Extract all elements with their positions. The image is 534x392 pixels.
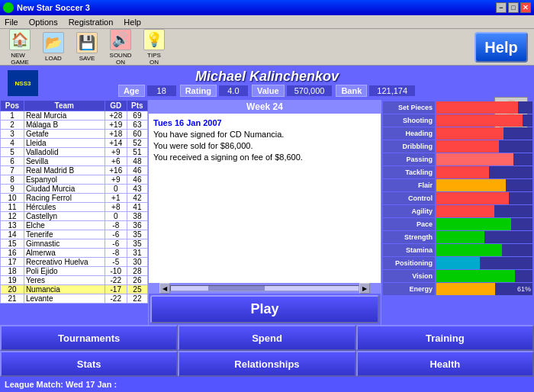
news-area: Tues 16 Jan 2007You have signed for CD N… xyxy=(149,114,381,283)
cell-team: Gimnastic xyxy=(24,239,105,249)
scrollbar-track[interactable] xyxy=(170,285,359,291)
skill-row: Agility xyxy=(383,205,532,217)
table-row: 17 Recreativo Huelva -5 30 xyxy=(1,258,148,267)
sound-button[interactable]: 🔊 SOUNDON xyxy=(107,29,134,66)
skill-row: Energy 61% xyxy=(383,283,532,295)
cell-gd: -22 xyxy=(105,294,127,304)
cell-gd: +9 xyxy=(105,175,127,185)
cell-team: Lleida xyxy=(24,139,105,148)
skill-bar xyxy=(436,231,484,243)
cell-gd: -6 xyxy=(105,230,127,239)
cell-gd: +14 xyxy=(105,139,127,148)
skill-bar-container xyxy=(436,192,532,204)
cell-pos: 4 xyxy=(1,139,24,148)
player-stats-row: Age 18 Rating 4.0 Value 570,000 Bank 121… xyxy=(46,85,488,97)
cell-pts: 22 xyxy=(127,294,147,304)
cell-gd: -17 xyxy=(105,285,127,294)
cell-pos: 11 xyxy=(1,203,24,212)
close-button[interactable]: ✕ xyxy=(520,2,531,13)
bottom-nav-row1: Tournaments Spend Training xyxy=(0,325,534,351)
health-button[interactable]: Health xyxy=(356,351,534,377)
skill-row: Set Pieces xyxy=(383,101,532,114)
league-table: Pos Team GD Pts 1 Real Murcia +28 69 2 M… xyxy=(0,100,148,325)
bottom-nav-row2: Stats Relationships Health xyxy=(0,351,534,377)
cell-pos: 1 xyxy=(1,111,24,120)
table-row: 16 Almerwa -8 31 xyxy=(1,249,148,258)
cell-pts: 60 xyxy=(127,130,147,139)
maximize-button[interactable]: □ xyxy=(508,2,519,13)
table-row: 14 Tenerife -6 35 xyxy=(1,230,148,239)
cell-gd: +8 xyxy=(105,203,127,212)
save-button[interactable]: 💾 SAVE xyxy=(73,32,101,62)
cell-pts: 48 xyxy=(127,157,147,166)
training-button[interactable]: Training xyxy=(356,325,534,351)
cell-pts: 35 xyxy=(127,230,147,239)
scroll-left[interactable]: ◀ xyxy=(159,283,170,294)
cell-gd: +16 xyxy=(105,166,127,175)
table-row: 5 Valladolid +9 51 xyxy=(1,148,148,157)
table-row: 10 Racing Ferrol +1 42 xyxy=(1,194,148,203)
week-header: Week 24 xyxy=(149,100,381,114)
toolbar: 🏠 NEWGAME 📂 LOAD 💾 SAVE 🔊 SOUNDON 💡 TIPS… xyxy=(0,29,534,66)
status-text: League Match: Wed 17 Jan : xyxy=(5,380,117,389)
cell-team: Espanyol xyxy=(24,175,105,185)
cell-pos: 7 xyxy=(1,166,24,175)
news-line: Tues 16 Jan 2007 xyxy=(153,118,376,127)
menu-file[interactable]: File xyxy=(5,18,18,27)
menu-registration[interactable]: Registration xyxy=(69,18,114,27)
cell-gd: -22 xyxy=(105,276,127,285)
col-pts: Pts xyxy=(127,101,147,111)
table-row: 13 Elche -8 36 xyxy=(1,221,148,230)
cell-pos: 2 xyxy=(1,120,24,130)
skill-row: Heading xyxy=(383,127,532,140)
spend-button[interactable]: Spend xyxy=(178,325,355,351)
table-row: 19 Yeres -22 26 xyxy=(1,276,148,285)
skill-name: Heading xyxy=(383,127,435,140)
table-row: 1 Real Murcia +28 69 xyxy=(1,111,148,120)
skill-name: Strength xyxy=(383,231,435,243)
play-button[interactable]: Play xyxy=(150,295,379,323)
cell-team: Real Madrid B xyxy=(24,166,105,175)
stats-button[interactable]: Stats xyxy=(0,351,178,377)
skill-name: Dribbling xyxy=(383,140,435,153)
table-row: 3 Getafe +18 60 xyxy=(1,130,148,139)
menu-options[interactable]: Options xyxy=(29,18,58,27)
window-title: New Star Soccer 3 xyxy=(17,3,90,12)
relationships-button[interactable]: Relationships xyxy=(178,351,355,377)
menu-help[interactable]: Help xyxy=(124,18,141,27)
minimize-button[interactable]: − xyxy=(496,2,507,13)
skill-bar-container xyxy=(436,153,532,165)
cell-team: Almerwa xyxy=(24,249,105,258)
cell-gd: -8 xyxy=(105,249,127,258)
cell-pts: 52 xyxy=(127,139,147,148)
skill-name: Set Pieces xyxy=(383,101,435,114)
status-bar: League Match: Wed 17 Jan : xyxy=(0,377,534,392)
cell-team: Racing Ferrol xyxy=(24,194,105,203)
skill-bar-container xyxy=(436,205,532,217)
scrollbar[interactable]: ◀ ▶ xyxy=(149,283,381,294)
skill-row: Strength xyxy=(383,231,532,243)
tournaments-button[interactable]: Tournaments xyxy=(0,325,178,351)
load-button[interactable]: 📂 LOAD xyxy=(40,32,67,62)
help-button[interactable]: Help xyxy=(474,32,528,63)
cell-gd: 0 xyxy=(105,185,127,194)
cell-team: Valladolid xyxy=(24,148,105,157)
skill-bar-container xyxy=(436,218,532,230)
cell-pts: 36 xyxy=(127,221,147,230)
tips-button[interactable]: 💡 TIPSON xyxy=(140,29,168,66)
cell-gd: +18 xyxy=(105,130,127,139)
cell-team: Getafe xyxy=(24,130,105,139)
age-label: Age xyxy=(118,85,145,97)
new-game-button[interactable]: 🏠 NEWGAME xyxy=(6,29,34,66)
scrollbar-thumb[interactable] xyxy=(208,286,265,291)
cell-gd: +28 xyxy=(105,111,127,120)
skill-bar-container xyxy=(436,166,532,178)
table-row: 9 Ciudad Murcia 0 43 xyxy=(1,185,148,194)
scroll-right[interactable]: ▶ xyxy=(359,283,370,294)
cell-gd: -6 xyxy=(105,239,127,249)
value-value: 570,000 xyxy=(286,85,333,97)
title-bar: New Star Soccer 3 − □ ✕ xyxy=(0,0,534,15)
table-row: 11 Hércules +8 41 xyxy=(1,203,148,212)
news-line: You were sold for $86,000. xyxy=(153,141,376,150)
cell-pts: 28 xyxy=(127,267,147,276)
